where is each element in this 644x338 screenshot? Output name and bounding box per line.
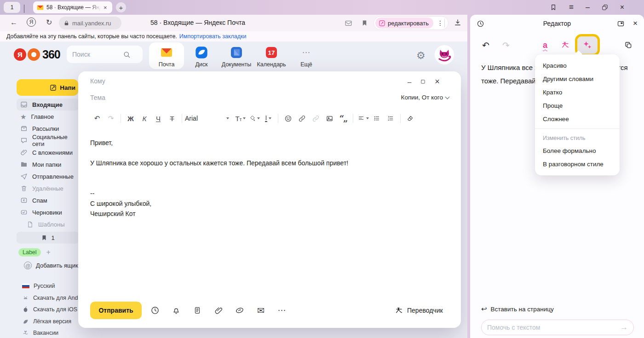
menu-item-conversational[interactable]: В разговорном стиле — [535, 157, 620, 171]
folder-inbox[interactable]: Входящие — [17, 99, 79, 111]
more-options-icon[interactable]: ⋯ — [275, 303, 289, 317]
tabs-dropdown-chevron-icon[interactable] — [24, 5, 24, 13]
app-mail[interactable]: Почта — [149, 42, 184, 69]
browser-menu-icon[interactable]: ≡ — [569, 3, 574, 12]
restore-window-icon[interactable] — [602, 4, 608, 11]
panel-close-icon[interactable]: × — [633, 19, 638, 28]
folder-attachments[interactable]: С вложениями — [17, 146, 79, 158]
folder-newsletters[interactable]: Рассылки — [17, 122, 79, 134]
redo-icon[interactable]: ↷ — [104, 111, 118, 125]
edit-button[interactable]: редактировать — [375, 17, 433, 29]
folder-my-folders[interactable]: Мои папки — [17, 158, 79, 170]
menu-item-simpler[interactable]: Проще — [535, 99, 620, 112]
folder-templates[interactable]: Шаблоны — [17, 218, 79, 230]
submit-arrow-icon[interactable]: → — [620, 323, 628, 332]
reminder-bell-icon[interactable] — [169, 303, 183, 317]
ai-improve-button[interactable] — [577, 36, 598, 54]
underline-button[interactable]: Ч — [151, 111, 165, 125]
insert-to-page-button[interactable]: ↩ Вставить на страницу — [481, 305, 554, 313]
label-pill[interactable]: Label — [18, 248, 41, 256]
app-disk[interactable]: Диск — [184, 42, 219, 69]
insert-image-icon[interactable] — [322, 111, 336, 125]
message-body[interactable]: Привет, У Шляпника все хорошо у остальны… — [90, 138, 449, 219]
subject-field[interactable] — [90, 93, 274, 102]
tab-close-icon[interactable]: × — [104, 4, 107, 11]
font-family-dropdown[interactable]: Arial — [185, 111, 234, 125]
folder-social[interactable]: Социальные сети — [17, 134, 79, 146]
bullet-list-icon[interactable] — [370, 111, 384, 125]
menu-item-formal[interactable]: Более формально — [535, 144, 620, 157]
panel-redo-icon[interactable]: ↷ — [498, 37, 514, 53]
attach-from-disk-icon[interactable] — [233, 303, 247, 317]
folder-main[interactable]: ★ Главное — [17, 111, 79, 122]
cc-from-toggle[interactable]: Копии, От кого — [401, 94, 449, 101]
vacancies-link[interactable]: Вакансии — [22, 328, 91, 338]
sidebar-panel-icon[interactable] — [550, 4, 557, 11]
attach-file-icon[interactable] — [212, 303, 225, 317]
search-icon[interactable] — [123, 51, 131, 58]
menu-item-paraphrase[interactable]: Другими словами — [535, 72, 620, 86]
menu-item-complex[interactable]: Сложнее — [535, 112, 620, 126]
templates-icon[interactable] — [190, 303, 204, 317]
copy-icon[interactable] — [620, 37, 637, 53]
folder-spam[interactable]: Спам — [17, 194, 79, 206]
compose-button[interactable]: Напи — [17, 79, 78, 96]
strikethrough-button[interactable]: Т — [165, 111, 179, 125]
translate-icon[interactable] — [557, 37, 574, 53]
to-field[interactable] — [90, 77, 274, 85]
folder-drafts[interactable]: Черновики — [17, 206, 79, 218]
yandex-services-icon[interactable]: Я — [27, 17, 36, 27]
italic-button[interactable]: К — [138, 111, 151, 125]
app-more[interactable]: ⋯ Ещё — [289, 42, 324, 69]
font-size-dropdown[interactable]: Tт — [234, 111, 247, 125]
bookmark-icon[interactable] — [361, 19, 368, 27]
refresh-icon[interactable]: ↻ — [46, 18, 52, 27]
align-dropdown[interactable] — [356, 111, 370, 125]
menu-item-shorter[interactable]: Кратко — [535, 86, 620, 99]
insert-link-icon[interactable] — [295, 111, 309, 125]
translator-button[interactable]: Переводчик — [395, 302, 443, 319]
folder-sent[interactable]: Отправленные — [17, 170, 79, 182]
attach-from-mail-icon[interactable]: ✉ — [254, 303, 268, 317]
browser-tab[interactable]: 58 · Входящие — Яндек × — [33, 1, 112, 13]
menu-item-beautiful[interactable]: Красиво — [535, 59, 620, 72]
app-calendar[interactable]: 17 Календарь — [254, 42, 289, 69]
tab-counter[interactable]: 1 — [4, 2, 20, 13]
clear-formatting-icon[interactable] — [403, 111, 417, 125]
ai-prompt-input[interactable] — [487, 324, 620, 331]
user-avatar[interactable] — [435, 45, 454, 64]
compose-close-icon[interactable]: × — [435, 77, 440, 87]
schedule-send-icon[interactable] — [148, 303, 162, 317]
yandex-360-logo[interactable]: Я 360 — [14, 48, 60, 61]
downloads-icon[interactable] — [454, 18, 462, 27]
add-label-icon[interactable]: + — [46, 248, 51, 256]
open-in-window-icon[interactable] — [617, 20, 625, 28]
quote-icon[interactable]: “„ — [336, 111, 350, 125]
to-input[interactable] — [90, 77, 274, 85]
new-tab-button[interactable]: + — [116, 2, 126, 12]
undo-icon[interactable]: ↶ — [90, 111, 104, 125]
add-mailbox-button[interactable]: @ Добавить ящик — [24, 262, 78, 269]
folder-deleted[interactable]: Удалённые — [17, 182, 79, 194]
saved-bookmarks-row[interactable]: 1 — [17, 232, 79, 244]
send-button[interactable]: Отправить — [90, 302, 142, 319]
compose-minimize-icon[interactable]: – — [408, 78, 411, 86]
settings-gear-icon[interactable]: ⚙ — [416, 50, 426, 62]
emoji-icon[interactable] — [281, 111, 295, 125]
bold-button[interactable]: Ж — [124, 111, 138, 125]
spellcheck-icon[interactable]: а — [537, 37, 553, 53]
close-window-icon[interactable]: × — [620, 3, 624, 12]
app-documents[interactable]: Документы — [219, 42, 254, 69]
url-field[interactable]: mail.yandex.ru — [59, 17, 121, 29]
email-page-icon[interactable] — [345, 19, 352, 27]
minimize-icon[interactable]: – — [586, 3, 590, 12]
back-icon[interactable]: ← — [10, 18, 17, 27]
text-color-dropdown[interactable]: I — [261, 111, 275, 125]
import-bookmarks-link[interactable]: Импортировать закладки — [179, 33, 247, 40]
subject-input[interactable] — [90, 94, 274, 101]
numbered-list-icon[interactable] — [384, 111, 397, 125]
history-clock-icon[interactable] — [477, 20, 484, 28]
search-box[interactable] — [67, 46, 143, 63]
search-input[interactable] — [72, 51, 123, 58]
compose-expand-icon[interactable] — [420, 79, 426, 84]
